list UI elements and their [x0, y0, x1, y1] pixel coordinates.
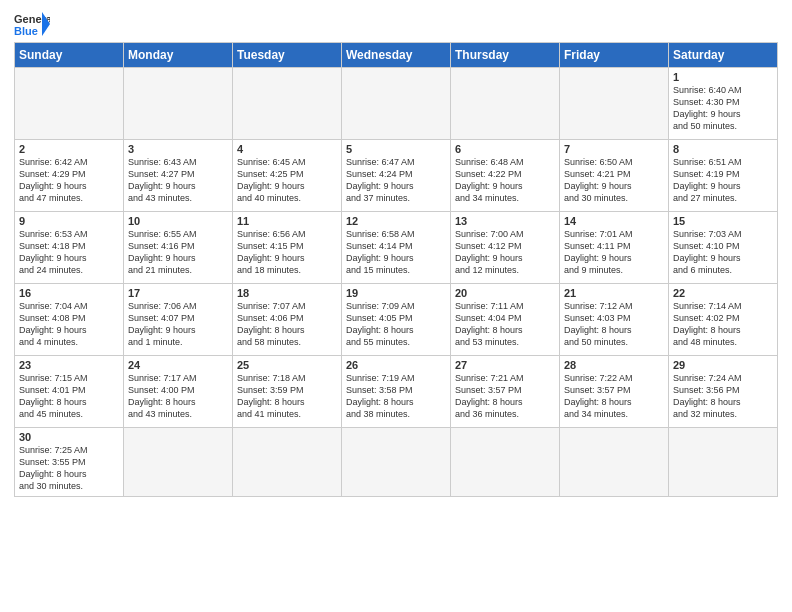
- calendar-cell: 11Sunrise: 6:56 AM Sunset: 4:15 PM Dayli…: [233, 212, 342, 284]
- calendar-cell: 9Sunrise: 6:53 AM Sunset: 4:18 PM Daylig…: [15, 212, 124, 284]
- day-info: Sunrise: 7:04 AM Sunset: 4:08 PM Dayligh…: [19, 300, 119, 349]
- calendar-cell: 5Sunrise: 6:47 AM Sunset: 4:24 PM Daylig…: [342, 140, 451, 212]
- calendar-cell: 13Sunrise: 7:00 AM Sunset: 4:12 PM Dayli…: [451, 212, 560, 284]
- calendar-cell: [124, 428, 233, 497]
- calendar-cell: 12Sunrise: 6:58 AM Sunset: 4:14 PM Dayli…: [342, 212, 451, 284]
- day-info: Sunrise: 6:48 AM Sunset: 4:22 PM Dayligh…: [455, 156, 555, 205]
- calendar-cell: 27Sunrise: 7:21 AM Sunset: 3:57 PM Dayli…: [451, 356, 560, 428]
- calendar-cell: 14Sunrise: 7:01 AM Sunset: 4:11 PM Dayli…: [560, 212, 669, 284]
- calendar-cell: 4Sunrise: 6:45 AM Sunset: 4:25 PM Daylig…: [233, 140, 342, 212]
- calendar-cell: 17Sunrise: 7:06 AM Sunset: 4:07 PM Dayli…: [124, 284, 233, 356]
- day-info: Sunrise: 7:25 AM Sunset: 3:55 PM Dayligh…: [19, 444, 119, 493]
- day-info: Sunrise: 7:07 AM Sunset: 4:06 PM Dayligh…: [237, 300, 337, 349]
- day-number: 3: [128, 143, 228, 155]
- day-number: 20: [455, 287, 555, 299]
- day-info: Sunrise: 7:15 AM Sunset: 4:01 PM Dayligh…: [19, 372, 119, 421]
- calendar: SundayMondayTuesdayWednesdayThursdayFrid…: [14, 42, 778, 497]
- day-number: 8: [673, 143, 773, 155]
- day-info: Sunrise: 7:24 AM Sunset: 3:56 PM Dayligh…: [673, 372, 773, 421]
- calendar-cell: 7Sunrise: 6:50 AM Sunset: 4:21 PM Daylig…: [560, 140, 669, 212]
- weekday-monday: Monday: [124, 43, 233, 68]
- day-info: Sunrise: 6:42 AM Sunset: 4:29 PM Dayligh…: [19, 156, 119, 205]
- calendar-cell: [451, 68, 560, 140]
- day-number: 21: [564, 287, 664, 299]
- calendar-cell: 18Sunrise: 7:07 AM Sunset: 4:06 PM Dayli…: [233, 284, 342, 356]
- weekday-tuesday: Tuesday: [233, 43, 342, 68]
- calendar-cell: [342, 68, 451, 140]
- day-info: Sunrise: 6:51 AM Sunset: 4:19 PM Dayligh…: [673, 156, 773, 205]
- calendar-cell: [15, 68, 124, 140]
- calendar-cell: 8Sunrise: 6:51 AM Sunset: 4:19 PM Daylig…: [669, 140, 778, 212]
- calendar-cell: 22Sunrise: 7:14 AM Sunset: 4:02 PM Dayli…: [669, 284, 778, 356]
- day-info: Sunrise: 6:40 AM Sunset: 4:30 PM Dayligh…: [673, 84, 773, 133]
- calendar-cell: 28Sunrise: 7:22 AM Sunset: 3:57 PM Dayli…: [560, 356, 669, 428]
- calendar-cell: 23Sunrise: 7:15 AM Sunset: 4:01 PM Dayli…: [15, 356, 124, 428]
- day-info: Sunrise: 7:18 AM Sunset: 3:59 PM Dayligh…: [237, 372, 337, 421]
- day-number: 18: [237, 287, 337, 299]
- calendar-cell: 3Sunrise: 6:43 AM Sunset: 4:27 PM Daylig…: [124, 140, 233, 212]
- calendar-cell: [560, 68, 669, 140]
- calendar-cell: 21Sunrise: 7:12 AM Sunset: 4:03 PM Dayli…: [560, 284, 669, 356]
- day-number: 10: [128, 215, 228, 227]
- day-number: 12: [346, 215, 446, 227]
- calendar-cell: 25Sunrise: 7:18 AM Sunset: 3:59 PM Dayli…: [233, 356, 342, 428]
- day-number: 22: [673, 287, 773, 299]
- day-info: Sunrise: 7:11 AM Sunset: 4:04 PM Dayligh…: [455, 300, 555, 349]
- day-number: 19: [346, 287, 446, 299]
- day-info: Sunrise: 7:06 AM Sunset: 4:07 PM Dayligh…: [128, 300, 228, 349]
- day-number: 15: [673, 215, 773, 227]
- weekday-friday: Friday: [560, 43, 669, 68]
- calendar-cell: 2Sunrise: 6:42 AM Sunset: 4:29 PM Daylig…: [15, 140, 124, 212]
- day-info: Sunrise: 7:14 AM Sunset: 4:02 PM Dayligh…: [673, 300, 773, 349]
- day-number: 26: [346, 359, 446, 371]
- day-number: 25: [237, 359, 337, 371]
- calendar-cell: [669, 428, 778, 497]
- day-info: Sunrise: 7:21 AM Sunset: 3:57 PM Dayligh…: [455, 372, 555, 421]
- day-number: 24: [128, 359, 228, 371]
- day-info: Sunrise: 6:55 AM Sunset: 4:16 PM Dayligh…: [128, 228, 228, 277]
- day-number: 7: [564, 143, 664, 155]
- day-info: Sunrise: 7:19 AM Sunset: 3:58 PM Dayligh…: [346, 372, 446, 421]
- calendar-cell: 20Sunrise: 7:11 AM Sunset: 4:04 PM Dayli…: [451, 284, 560, 356]
- day-info: Sunrise: 7:17 AM Sunset: 4:00 PM Dayligh…: [128, 372, 228, 421]
- day-info: Sunrise: 6:56 AM Sunset: 4:15 PM Dayligh…: [237, 228, 337, 277]
- weekday-saturday: Saturday: [669, 43, 778, 68]
- calendar-cell: [451, 428, 560, 497]
- calendar-cell: 24Sunrise: 7:17 AM Sunset: 4:00 PM Dayli…: [124, 356, 233, 428]
- calendar-cell: [342, 428, 451, 497]
- calendar-cell: 16Sunrise: 7:04 AM Sunset: 4:08 PM Dayli…: [15, 284, 124, 356]
- calendar-cell: 26Sunrise: 7:19 AM Sunset: 3:58 PM Dayli…: [342, 356, 451, 428]
- day-number: 14: [564, 215, 664, 227]
- day-info: Sunrise: 7:03 AM Sunset: 4:10 PM Dayligh…: [673, 228, 773, 277]
- day-info: Sunrise: 6:43 AM Sunset: 4:27 PM Dayligh…: [128, 156, 228, 205]
- calendar-cell: [124, 68, 233, 140]
- calendar-cell: 15Sunrise: 7:03 AM Sunset: 4:10 PM Dayli…: [669, 212, 778, 284]
- calendar-cell: [233, 428, 342, 497]
- day-info: Sunrise: 7:09 AM Sunset: 4:05 PM Dayligh…: [346, 300, 446, 349]
- day-number: 27: [455, 359, 555, 371]
- day-number: 13: [455, 215, 555, 227]
- day-info: Sunrise: 6:50 AM Sunset: 4:21 PM Dayligh…: [564, 156, 664, 205]
- weekday-sunday: Sunday: [15, 43, 124, 68]
- day-number: 23: [19, 359, 119, 371]
- day-info: Sunrise: 7:12 AM Sunset: 4:03 PM Dayligh…: [564, 300, 664, 349]
- weekday-wednesday: Wednesday: [342, 43, 451, 68]
- calendar-cell: 19Sunrise: 7:09 AM Sunset: 4:05 PM Dayli…: [342, 284, 451, 356]
- day-info: Sunrise: 6:45 AM Sunset: 4:25 PM Dayligh…: [237, 156, 337, 205]
- day-number: 2: [19, 143, 119, 155]
- day-number: 4: [237, 143, 337, 155]
- calendar-cell: [560, 428, 669, 497]
- day-number: 29: [673, 359, 773, 371]
- logo-icon: General Blue: [14, 10, 50, 38]
- calendar-cell: 29Sunrise: 7:24 AM Sunset: 3:56 PM Dayli…: [669, 356, 778, 428]
- day-number: 30: [19, 431, 119, 443]
- logo: General Blue: [14, 10, 50, 38]
- day-number: 9: [19, 215, 119, 227]
- day-info: Sunrise: 7:01 AM Sunset: 4:11 PM Dayligh…: [564, 228, 664, 277]
- day-number: 28: [564, 359, 664, 371]
- day-info: Sunrise: 6:47 AM Sunset: 4:24 PM Dayligh…: [346, 156, 446, 205]
- day-number: 1: [673, 71, 773, 83]
- calendar-cell: 30Sunrise: 7:25 AM Sunset: 3:55 PM Dayli…: [15, 428, 124, 497]
- weekday-header-row: SundayMondayTuesdayWednesdayThursdayFrid…: [15, 43, 778, 68]
- day-info: Sunrise: 6:53 AM Sunset: 4:18 PM Dayligh…: [19, 228, 119, 277]
